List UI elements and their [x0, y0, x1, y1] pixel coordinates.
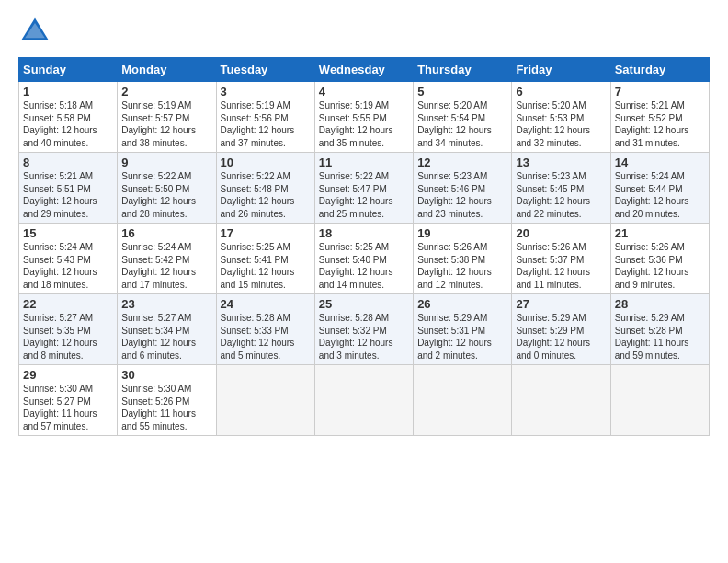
calendar-day-cell: 6 Sunrise: 5:20 AM Sunset: 5:53 PM Dayli… [512, 82, 610, 153]
day-info: Sunrise: 5:28 AM Sunset: 5:33 PM Dayligh… [221, 312, 311, 362]
day-info: Sunrise: 5:24 AM Sunset: 5:43 PM Dayligh… [23, 241, 113, 291]
day-number: 23 [121, 297, 211, 311]
calendar-day-cell [512, 365, 610, 436]
day-number: 10 [221, 155, 311, 169]
day-number: 5 [417, 85, 507, 98]
calendar-week-row: 22 Sunrise: 5:27 AM Sunset: 5:35 PM Dayl… [19, 294, 710, 365]
day-number: 8 [23, 155, 113, 169]
weekday-header: Monday [118, 58, 216, 82]
day-info: Sunrise: 5:24 AM Sunset: 5:42 PM Dayligh… [121, 241, 211, 291]
day-number: 7 [615, 85, 705, 98]
calendar-day-cell: 30 Sunrise: 5:30 AM Sunset: 5:26 PM Dayl… [118, 365, 216, 436]
calendar-week-row: 15 Sunrise: 5:24 AM Sunset: 5:43 PM Dayl… [19, 224, 710, 294]
day-number: 18 [319, 226, 409, 240]
calendar-day-cell: 17 Sunrise: 5:25 AM Sunset: 5:41 PM Dayl… [216, 224, 314, 294]
weekday-header: Friday [512, 58, 610, 82]
logo-icon [18, 15, 51, 48]
day-number: 26 [417, 297, 507, 311]
logo [18, 15, 55, 48]
day-info: Sunrise: 5:25 AM Sunset: 5:40 PM Dayligh… [319, 241, 409, 291]
calendar-day-cell: 28 Sunrise: 5:29 AM Sunset: 5:28 PM Dayl… [610, 294, 709, 365]
calendar-day-cell: 25 Sunrise: 5:28 AM Sunset: 5:32 PM Dayl… [314, 294, 413, 365]
day-number: 1 [23, 85, 113, 98]
calendar-day-cell: 2 Sunrise: 5:19 AM Sunset: 5:57 PM Dayli… [118, 82, 216, 153]
day-number: 22 [23, 297, 113, 311]
calendar-day-cell: 20 Sunrise: 5:26 AM Sunset: 5:37 PM Dayl… [512, 224, 610, 294]
day-info: Sunrise: 5:30 AM Sunset: 5:26 PM Dayligh… [121, 383, 211, 432]
day-info: Sunrise: 5:20 AM Sunset: 5:53 PM Dayligh… [516, 99, 606, 149]
day-info: Sunrise: 5:22 AM Sunset: 5:48 PM Dayligh… [221, 170, 311, 220]
calendar-week-row: 29 Sunrise: 5:30 AM Sunset: 5:27 PM Dayl… [19, 365, 710, 436]
day-info: Sunrise: 5:27 AM Sunset: 5:34 PM Dayligh… [121, 312, 211, 362]
calendar-day-cell: 23 Sunrise: 5:27 AM Sunset: 5:34 PM Dayl… [118, 294, 216, 365]
day-info: Sunrise: 5:22 AM Sunset: 5:47 PM Dayligh… [319, 170, 409, 220]
day-number: 17 [221, 226, 311, 240]
calendar-day-cell [216, 365, 314, 436]
day-info: Sunrise: 5:29 AM Sunset: 5:31 PM Dayligh… [417, 312, 507, 362]
day-number: 3 [221, 85, 311, 98]
day-info: Sunrise: 5:19 AM Sunset: 5:55 PM Dayligh… [319, 99, 409, 149]
calendar-day-cell [414, 365, 512, 436]
header [18, 15, 710, 48]
day-info: Sunrise: 5:21 AM Sunset: 5:51 PM Dayligh… [23, 170, 113, 220]
weekday-header: Wednesday [314, 58, 413, 82]
calendar-day-cell: 22 Sunrise: 5:27 AM Sunset: 5:35 PM Dayl… [19, 294, 118, 365]
day-info: Sunrise: 5:23 AM Sunset: 5:46 PM Dayligh… [417, 170, 507, 220]
day-number: 9 [121, 155, 211, 169]
day-number: 14 [615, 155, 705, 169]
day-number: 15 [23, 226, 113, 240]
day-number: 28 [615, 297, 705, 311]
day-info: Sunrise: 5:19 AM Sunset: 5:56 PM Dayligh… [221, 99, 311, 149]
calendar-day-cell [610, 365, 709, 436]
calendar-day-cell: 12 Sunrise: 5:23 AM Sunset: 5:46 PM Dayl… [414, 153, 512, 224]
calendar-header-row: SundayMondayTuesdayWednesdayThursdayFrid… [19, 58, 710, 82]
calendar-day-cell: 11 Sunrise: 5:22 AM Sunset: 5:47 PM Dayl… [314, 153, 413, 224]
weekday-header: Saturday [610, 58, 709, 82]
calendar-week-row: 8 Sunrise: 5:21 AM Sunset: 5:51 PM Dayli… [19, 153, 710, 224]
day-info: Sunrise: 5:26 AM Sunset: 5:37 PM Dayligh… [516, 241, 606, 291]
day-number: 6 [516, 85, 606, 98]
calendar-day-cell: 13 Sunrise: 5:23 AM Sunset: 5:45 PM Dayl… [512, 153, 610, 224]
day-number: 12 [417, 155, 507, 169]
calendar-day-cell: 29 Sunrise: 5:30 AM Sunset: 5:27 PM Dayl… [19, 365, 118, 436]
day-info: Sunrise: 5:25 AM Sunset: 5:41 PM Dayligh… [221, 241, 311, 291]
calendar-day-cell: 15 Sunrise: 5:24 AM Sunset: 5:43 PM Dayl… [19, 224, 118, 294]
day-number: 21 [615, 226, 705, 240]
day-info: Sunrise: 5:30 AM Sunset: 5:27 PM Dayligh… [23, 383, 113, 432]
day-info: Sunrise: 5:19 AM Sunset: 5:57 PM Dayligh… [121, 99, 211, 149]
calendar-day-cell: 24 Sunrise: 5:28 AM Sunset: 5:33 PM Dayl… [216, 294, 314, 365]
day-number: 30 [121, 368, 211, 382]
day-info: Sunrise: 5:28 AM Sunset: 5:32 PM Dayligh… [319, 312, 409, 362]
day-number: 4 [319, 85, 409, 98]
calendar-day-cell: 8 Sunrise: 5:21 AM Sunset: 5:51 PM Dayli… [19, 153, 118, 224]
day-number: 24 [221, 297, 311, 311]
day-info: Sunrise: 5:21 AM Sunset: 5:52 PM Dayligh… [615, 99, 705, 149]
calendar-day-cell: 26 Sunrise: 5:29 AM Sunset: 5:31 PM Dayl… [414, 294, 512, 365]
calendar-table: SundayMondayTuesdayWednesdayThursdayFrid… [18, 57, 710, 436]
day-number: 29 [23, 368, 113, 382]
calendar-week-row: 1 Sunrise: 5:18 AM Sunset: 5:58 PM Dayli… [19, 82, 710, 153]
weekday-header: Sunday [19, 58, 118, 82]
day-number: 19 [417, 226, 507, 240]
day-number: 11 [319, 155, 409, 169]
calendar-day-cell: 9 Sunrise: 5:22 AM Sunset: 5:50 PM Dayli… [118, 153, 216, 224]
day-number: 13 [516, 155, 606, 169]
day-number: 20 [516, 226, 606, 240]
calendar-day-cell: 7 Sunrise: 5:21 AM Sunset: 5:52 PM Dayli… [610, 82, 709, 153]
day-info: Sunrise: 5:23 AM Sunset: 5:45 PM Dayligh… [516, 170, 606, 220]
calendar-day-cell: 21 Sunrise: 5:26 AM Sunset: 5:36 PM Dayl… [610, 224, 709, 294]
calendar-day-cell: 27 Sunrise: 5:29 AM Sunset: 5:29 PM Dayl… [512, 294, 610, 365]
day-info: Sunrise: 5:29 AM Sunset: 5:29 PM Dayligh… [516, 312, 606, 362]
day-info: Sunrise: 5:27 AM Sunset: 5:35 PM Dayligh… [23, 312, 113, 362]
day-info: Sunrise: 5:24 AM Sunset: 5:44 PM Dayligh… [615, 170, 705, 220]
calendar-day-cell: 16 Sunrise: 5:24 AM Sunset: 5:42 PM Dayl… [118, 224, 216, 294]
day-number: 25 [319, 297, 409, 311]
day-info: Sunrise: 5:18 AM Sunset: 5:58 PM Dayligh… [23, 99, 113, 149]
weekday-header: Tuesday [216, 58, 314, 82]
calendar-day-cell: 3 Sunrise: 5:19 AM Sunset: 5:56 PM Dayli… [216, 82, 314, 153]
day-info: Sunrise: 5:22 AM Sunset: 5:50 PM Dayligh… [121, 170, 211, 220]
day-number: 2 [121, 85, 211, 98]
day-number: 27 [516, 297, 606, 311]
weekday-header: Thursday [414, 58, 512, 82]
day-info: Sunrise: 5:26 AM Sunset: 5:36 PM Dayligh… [615, 241, 705, 291]
